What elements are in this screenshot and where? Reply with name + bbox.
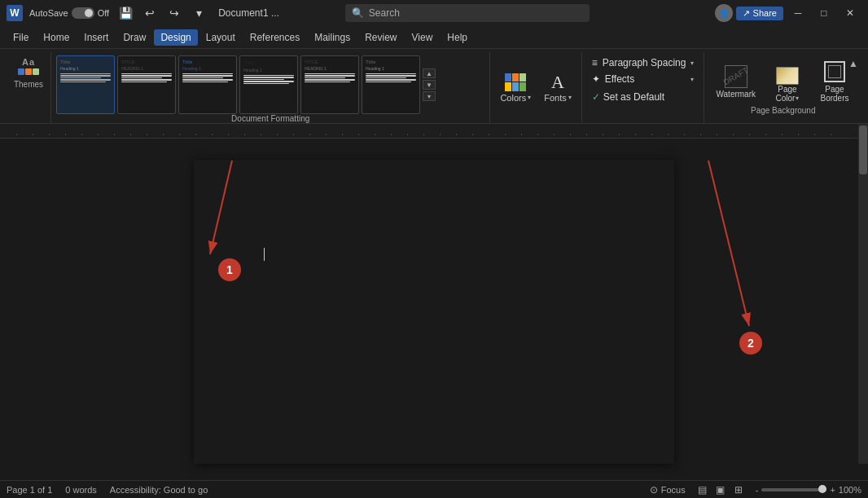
page-background-section: DRAFT Watermark Page Color ▾ bbox=[704, 52, 861, 123]
colors-dropdown-icon: ▾ bbox=[528, 94, 531, 101]
focus-icon: ⊙ bbox=[650, 484, 658, 496]
watermark-button[interactable]: DRAFT Watermark bbox=[711, 60, 761, 102]
scroll-down-arrow[interactable]: ▼ bbox=[423, 80, 436, 90]
set-as-default-button[interactable]: ✓ Set as Default bbox=[589, 90, 698, 104]
document-name: Document1 ... bbox=[218, 7, 279, 19]
page-color-swatch bbox=[776, 67, 799, 85]
doc-format-item-4[interactable]: Title Heading 1 bbox=[239, 55, 298, 114]
paragraph-spacing-button[interactable]: ≡ Paragraph Spacing ▾ bbox=[589, 55, 698, 70]
colors-swatch bbox=[505, 73, 526, 91]
redo-icon[interactable]: ↪ bbox=[164, 3, 184, 23]
ribbon: Aa Themes Title Heading 1 TITLE bbox=[0, 49, 868, 124]
colors-fonts-row: Colors ▾ A Fonts ▾ bbox=[495, 55, 576, 120]
page-borders-icon-container bbox=[822, 59, 848, 85]
share-icon: ↗ bbox=[743, 8, 750, 19]
menu-draw[interactable]: Draw bbox=[116, 29, 152, 46]
fonts-button[interactable]: A Fonts ▾ bbox=[539, 72, 576, 104]
annotation-2: 2 bbox=[739, 332, 762, 355]
menu-review[interactable]: Review bbox=[358, 29, 403, 46]
paragraph-spacing-label: Paragraph Spacing bbox=[603, 57, 686, 68]
menu-layout[interactable]: Layout bbox=[199, 29, 242, 46]
themes-button[interactable]: Aa bbox=[13, 52, 44, 80]
focus-label: Focus bbox=[661, 485, 686, 495]
autosave-area: AutoSave Off bbox=[29, 7, 109, 19]
page-borders-icon bbox=[824, 61, 845, 82]
view-icon-1[interactable]: ▤ bbox=[695, 483, 710, 497]
svg-line-3 bbox=[708, 161, 749, 326]
doc-format-item-5[interactable]: TITLE HEADING 1 bbox=[300, 55, 359, 114]
view-icon-2[interactable]: ▣ bbox=[713, 483, 728, 497]
user-avatar[interactable]: 👤 bbox=[715, 4, 733, 22]
vertical-scrollbar[interactable] bbox=[858, 124, 868, 464]
close-button[interactable]: ✕ bbox=[839, 5, 861, 21]
watermark-label: Watermark bbox=[716, 90, 756, 99]
page-color-button[interactable]: Page Color ▾ bbox=[767, 55, 808, 106]
zoom-control: - + 100% bbox=[756, 485, 861, 495]
quick-access-toolbar: 💾 ↩ ↪ ▾ bbox=[116, 3, 208, 23]
zoom-slider[interactable] bbox=[761, 488, 826, 491]
scroll-more-arrow[interactable]: ▾ bbox=[423, 91, 436, 101]
statusbar: Page 1 of 1 0 words Accessibility: Good … bbox=[0, 480, 868, 498]
page-color-label2: Color bbox=[776, 94, 796, 103]
search-placeholder: Search bbox=[369, 7, 400, 19]
page-color-label: Page bbox=[778, 85, 796, 94]
doc-format-item-2[interactable]: TITLE HEADING 1 bbox=[117, 55, 176, 114]
menu-file[interactable]: File bbox=[7, 29, 35, 46]
menu-design[interactable]: Design bbox=[154, 29, 197, 46]
fonts-label: Fonts bbox=[544, 93, 567, 103]
autosave-state: Off bbox=[98, 8, 109, 18]
focus-button[interactable]: ⊙ Focus bbox=[650, 484, 686, 496]
watermark-page-icon: DRAFT bbox=[725, 65, 747, 88]
doc-page[interactable] bbox=[194, 160, 674, 464]
zoom-thumb bbox=[818, 485, 826, 493]
page-background-label: Page Background bbox=[711, 106, 855, 120]
watermark-icon-container: DRAFT bbox=[723, 64, 749, 90]
maximize-button[interactable]: □ bbox=[813, 5, 835, 21]
menu-help[interactable]: Help bbox=[441, 29, 474, 46]
zoom-out-icon[interactable]: - bbox=[756, 485, 759, 495]
search-box[interactable]: 🔍 Search bbox=[345, 4, 590, 22]
ribbon-collapse-button[interactable]: ▲ bbox=[845, 55, 861, 72]
view-icon-3[interactable]: ⊞ bbox=[731, 483, 746, 497]
menu-home[interactable]: Home bbox=[37, 29, 76, 46]
scroll-up-arrow[interactable]: ▲ bbox=[423, 68, 436, 78]
page-borders-label: Page bbox=[825, 85, 844, 94]
fonts-icon: A bbox=[551, 73, 564, 91]
minimize-button[interactable]: ─ bbox=[787, 5, 809, 21]
scrollbar-thumb[interactable] bbox=[859, 126, 867, 174]
effects-button[interactable]: ✦ Effects ▾ bbox=[589, 72, 698, 86]
menu-view[interactable]: View bbox=[406, 29, 440, 46]
share-label: Share bbox=[753, 8, 777, 18]
doc-format-item-3[interactable]: Title Heading 1 bbox=[178, 55, 237, 114]
doc-scroll-area[interactable]: 1 2 bbox=[0, 124, 868, 480]
menu-insert[interactable]: Insert bbox=[77, 29, 115, 46]
menu-mailings[interactable]: Mailings bbox=[308, 29, 357, 46]
set-default-check-icon: ✓ bbox=[592, 91, 600, 103]
colors-button[interactable]: Colors ▾ bbox=[495, 72, 536, 104]
page-info: Page 1 of 1 bbox=[7, 485, 52, 495]
effects-dropdown: ▾ bbox=[690, 76, 694, 83]
annotation-1: 1 bbox=[218, 258, 241, 281]
para-items: ≡ Paragraph Spacing ▾ ✦ Effects ▾ ✓ Set … bbox=[589, 55, 698, 120]
autosave-toggle[interactable] bbox=[72, 7, 94, 19]
themes-label: Themes bbox=[14, 80, 43, 94]
share-button[interactable]: ↗ Share bbox=[736, 7, 783, 20]
colors-fonts-section: Colors ▾ A Fonts ▾ bbox=[490, 52, 581, 123]
page-color-icon-container bbox=[774, 59, 800, 85]
page-borders-label-row: Page bbox=[825, 85, 844, 94]
paragraph-spacing-dropdown: ▾ bbox=[690, 59, 694, 67]
effects-icon: ✦ bbox=[592, 73, 600, 85]
undo-icon[interactable]: ↩ bbox=[140, 3, 160, 23]
page-bg-buttons: DRAFT Watermark Page Color ▾ bbox=[711, 55, 855, 106]
customize-icon[interactable]: ▾ bbox=[189, 3, 208, 23]
statusbar-right: ⊙ Focus ▤ ▣ ⊞ - + 100% bbox=[650, 483, 861, 497]
themes-section: Aa Themes bbox=[7, 52, 51, 123]
save-icon[interactable]: 💾 bbox=[116, 3, 135, 23]
menu-references[interactable]: References bbox=[243, 29, 306, 46]
doc-format-item-6[interactable]: Title Heading 1 bbox=[362, 55, 420, 114]
set-as-default-label: Set as Default bbox=[603, 91, 664, 103]
zoom-in-icon[interactable]: + bbox=[830, 485, 835, 495]
word-count: 0 words bbox=[65, 485, 97, 495]
fonts-label-row: Fonts ▾ bbox=[544, 93, 572, 103]
doc-format-item-1[interactable]: Title Heading 1 bbox=[56, 55, 115, 114]
